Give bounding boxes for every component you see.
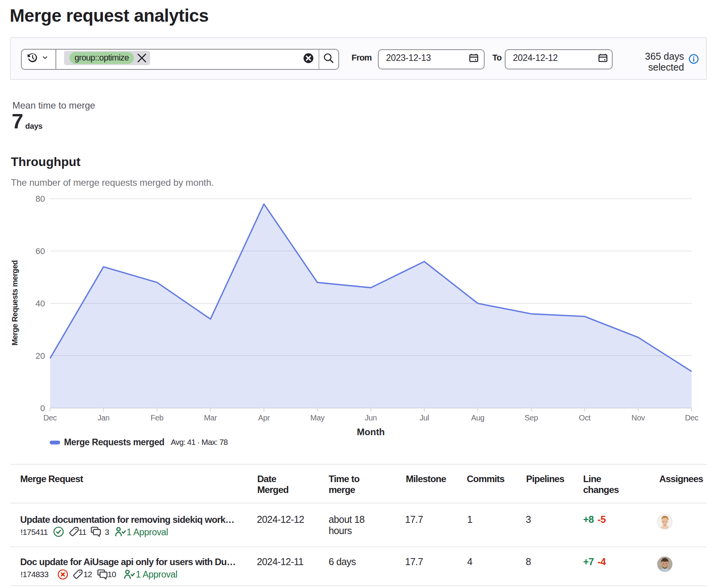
svg-text:Jul: Jul [419, 413, 429, 422]
svg-text:40: 40 [36, 299, 45, 308]
svg-text:May: May [310, 413, 325, 422]
svg-text:0: 0 [40, 403, 45, 413]
svg-text:Feb: Feb [151, 413, 164, 422]
svg-text:Nov: Nov [632, 413, 645, 422]
svg-text:Sep: Sep [525, 413, 538, 422]
svg-text:Month: Month [357, 427, 385, 437]
svg-text:20: 20 [36, 351, 45, 361]
svg-text:Jun: Jun [365, 413, 377, 422]
svg-text:Merge Requests merged: Merge Requests merged [10, 260, 19, 346]
svg-text:Jan: Jan [97, 413, 109, 422]
svg-text:Oct: Oct [579, 413, 591, 422]
svg-text:80: 80 [36, 194, 45, 204]
svg-text:Aug: Aug [471, 413, 484, 422]
svg-text:Apr: Apr [258, 413, 270, 422]
svg-text:Dec: Dec [685, 413, 698, 422]
svg-text:Dec: Dec [43, 413, 57, 422]
svg-text:60: 60 [36, 246, 45, 256]
svg-text:Mar: Mar [204, 413, 217, 422]
